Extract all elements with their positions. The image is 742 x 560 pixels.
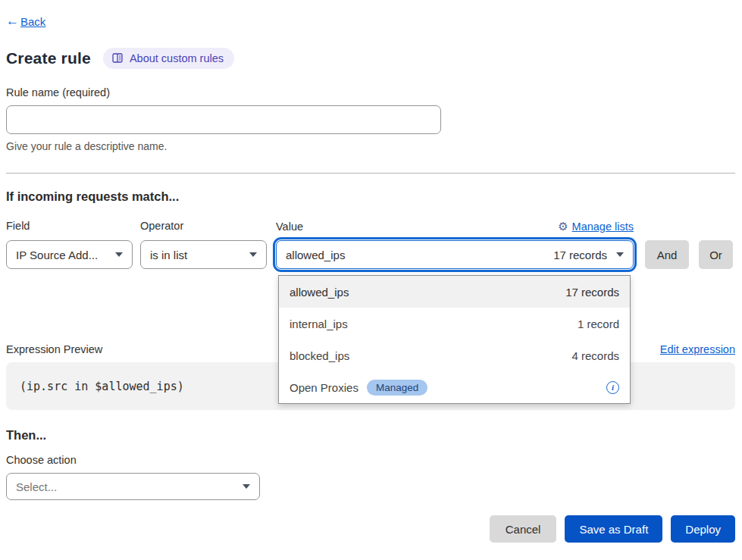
- list-dropdown: allowed_ips 17 records internal_ips 1 re…: [278, 275, 631, 404]
- managed-badge: Managed: [367, 380, 427, 396]
- operator-select-value: is in list: [150, 249, 187, 261]
- rule-name-helper: Give your rule a descriptive name.: [6, 140, 735, 152]
- then-heading: Then...: [6, 428, 735, 443]
- save-as-draft-button[interactable]: Save as Draft: [565, 515, 662, 543]
- operator-label: Operator: [140, 220, 267, 233]
- match-section-heading: If incoming requests match...: [6, 189, 735, 204]
- value-select-wrap: allowed_ips 17 records allowed_ips 17 re…: [276, 240, 634, 269]
- list-item-name: allowed_ips: [290, 286, 349, 299]
- operator-select[interactable]: is in list: [140, 240, 267, 269]
- or-button[interactable]: Or: [699, 240, 733, 269]
- and-button[interactable]: And: [645, 240, 689, 269]
- list-item-count: 1 record: [578, 318, 619, 330]
- edit-expression-link[interactable]: Edit expression: [660, 343, 735, 355]
- value-label: Value: [276, 221, 303, 233]
- footer-actions: Cancel Save as Draft Deploy: [6, 515, 735, 543]
- manage-lists-link[interactable]: Manage lists: [572, 221, 634, 233]
- list-item-left: Open Proxies Managed: [290, 380, 427, 396]
- condition-row: IP Source Add... is in list allowed_ips …: [6, 240, 735, 269]
- value-select[interactable]: allowed_ips 17 records: [276, 240, 634, 269]
- chevron-down-icon: [249, 252, 257, 257]
- list-item-count: 17 records: [565, 286, 619, 299]
- list-item-internal-ips[interactable]: internal_ips 1 record: [279, 308, 630, 339]
- page-title: Create rule: [6, 49, 91, 67]
- expression-preview-label: Expression Preview: [6, 343, 102, 355]
- field-select-value: IP Source Add...: [16, 249, 98, 261]
- back-link[interactable]: Back: [20, 15, 45, 28]
- field-select[interactable]: IP Source Add...: [6, 240, 133, 269]
- title-row: Create rule About custom rules: [6, 48, 735, 69]
- action-select[interactable]: Select...: [6, 473, 260, 500]
- chevron-down-icon: [115, 252, 123, 257]
- value-select-right: 17 records: [553, 249, 624, 261]
- field-label: Field: [6, 220, 133, 233]
- book-icon: [112, 53, 124, 64]
- list-item-allowed-ips[interactable]: allowed_ips 17 records: [279, 276, 630, 308]
- expression-code: (ip.src in $allowed_ips): [20, 380, 184, 393]
- list-item-name: Open Proxies: [290, 381, 358, 394]
- deploy-button[interactable]: Deploy: [671, 515, 735, 543]
- list-item-name: blocked_ips: [290, 349, 349, 362]
- action-select-placeholder: Select...: [16, 480, 57, 493]
- about-pill-label: About custom rules: [130, 52, 224, 64]
- back-arrow-icon: ←: [6, 14, 19, 29]
- rule-name-label: Rule name (required): [6, 86, 735, 99]
- info-icon[interactable]: i: [606, 381, 619, 394]
- chevron-down-icon: [616, 252, 624, 257]
- value-label-row: Value ⚙ Manage lists: [276, 220, 634, 233]
- about-custom-rules-link[interactable]: About custom rules: [103, 48, 234, 69]
- list-item-count: 4 records: [571, 349, 619, 362]
- list-item-open-proxies[interactable]: Open Proxies Managed i: [279, 371, 630, 403]
- value-select-count: 17 records: [553, 249, 607, 261]
- choose-action-label: Choose action: [6, 454, 735, 466]
- gear-icon: ⚙: [558, 220, 568, 233]
- manage-lists: ⚙ Manage lists: [558, 220, 634, 233]
- list-item-name: internal_ips: [290, 318, 348, 330]
- rule-name-input[interactable]: [6, 105, 441, 134]
- create-rule-page: ←Back Create rule About custom rules Rul…: [0, 0, 742, 560]
- condition-labels-row: Field Operator Value ⚙ Manage lists: [6, 220, 735, 233]
- value-select-name: allowed_ips: [286, 249, 345, 261]
- cancel-button[interactable]: Cancel: [490, 515, 557, 543]
- chevron-down-icon: [243, 484, 250, 489]
- back-row: ←Back: [6, 0, 735, 29]
- section-divider: [6, 173, 735, 174]
- list-item-blocked-ips[interactable]: blocked_ips 4 records: [279, 339, 630, 371]
